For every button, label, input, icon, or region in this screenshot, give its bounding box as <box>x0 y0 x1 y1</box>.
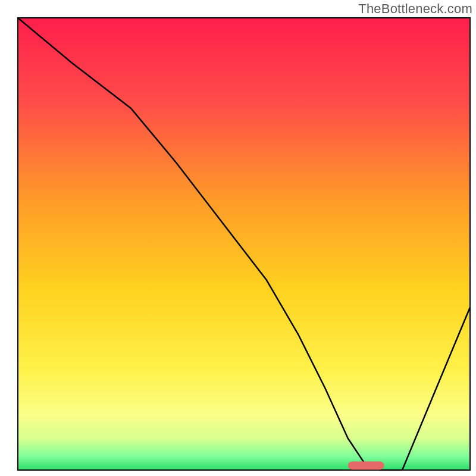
chart-container: TheBottleneck.com <box>0 0 476 476</box>
optimal-range-marker <box>348 461 384 469</box>
bottleneck-chart <box>0 0 476 476</box>
watermark-text: TheBottleneck.com <box>358 1 472 17</box>
plot-background <box>18 18 470 470</box>
